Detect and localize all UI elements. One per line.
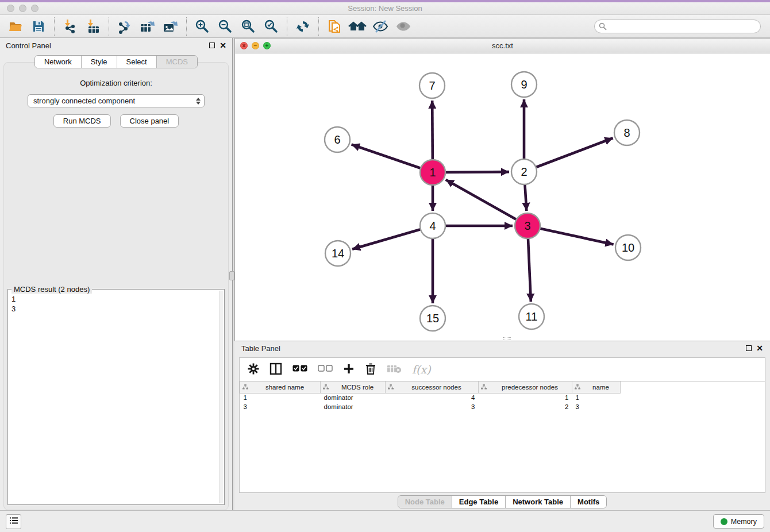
task-list-icon [9,516,18,526]
table-cell[interactable]: 3 [386,402,479,411]
import-network-button[interactable] [61,18,79,35]
graph-node-1[interactable]: 1 [420,160,445,185]
table-settings-button[interactable] [248,363,259,376]
new-network-from-selection-button[interactable] [326,18,343,35]
run-mcds-button[interactable]: Run MCDS [53,114,111,128]
tab-node-table[interactable]: Node Table [398,496,452,508]
network-maximize-button[interactable]: + [263,42,271,49]
network-window-titlebar[interactable]: × − + scc.txt [235,38,770,53]
network-minimize-button[interactable]: − [252,42,259,49]
import-table-button[interactable] [84,18,102,35]
eye-slash-icon [372,20,388,33]
search-input[interactable] [594,20,761,33]
column-header-predecessor-nodes[interactable]: predecessor nodes [479,381,572,393]
column-header-name[interactable]: name [572,381,621,393]
column-type-icon [481,384,487,391]
tab-network-table[interactable]: Network Table [506,496,571,508]
table-cell[interactable]: 2 [479,402,572,411]
show-all-button[interactable] [395,18,412,35]
export-image-icon [163,19,179,34]
splitter-grip[interactable] [229,271,234,280]
network-canvas[interactable]: 7968124314101511 [235,53,770,341]
table-cell[interactable]: 1 [572,393,621,402]
graph-node-8[interactable]: 8 [614,120,640,145]
table-cell[interactable]: 1 [479,393,572,402]
delete-column-button[interactable] [365,363,376,377]
graph-edge-2-8[interactable] [524,138,613,172]
export-image-button[interactable] [162,18,179,35]
apply-layout-button[interactable] [294,18,311,35]
save-session-button[interactable] [30,18,47,35]
memory-status-icon [721,518,727,525]
zoom-fit-button[interactable] [240,18,257,35]
mcds-result-text[interactable]: 13 [11,294,218,503]
mcds-result-line: 1 [11,294,218,304]
table-cell[interactable]: 3 [572,402,621,411]
table-cell[interactable]: dominator [321,402,386,411]
open-session-button[interactable] [7,18,24,35]
close-panel-button[interactable]: Close panel [120,114,179,128]
graph-node-14[interactable]: 14 [325,241,351,266]
delete-table-button[interactable] [387,364,402,376]
optimization-criterion-label: Optimization criterion: [4,79,228,87]
graph-node-6[interactable]: 6 [325,127,350,152]
float-table-panel-icon[interactable] [746,345,752,351]
table-cell[interactable]: 1 [240,393,321,402]
graph-node-9[interactable]: 9 [511,72,537,97]
tab-style[interactable]: Style [82,56,117,68]
select-all-button[interactable] [292,365,307,374]
memory-button[interactable]: Memory [713,514,764,529]
table-cell[interactable]: dominator [321,393,386,402]
function-builder-button[interactable]: f(x) [412,363,431,376]
graph-node-2[interactable]: 2 [511,159,537,184]
table-row[interactable]: 1dominator411 [240,393,621,402]
graph-node-11[interactable]: 11 [519,304,544,329]
export-network-button[interactable] [116,18,133,35]
delete-table-icon [387,364,402,376]
float-panel-icon[interactable] [209,43,215,48]
table-toolbar: f(x) [239,357,765,381]
hide-selected-button[interactable] [372,18,389,35]
panel-splitter[interactable] [232,38,234,510]
network-close-button[interactable]: × [240,42,248,49]
unselect-all-button[interactable] [318,365,333,374]
svg-text:8: 8 [623,126,630,139]
result-scrollbar[interactable] [219,291,223,503]
column-header-MCDS-role[interactable]: MCDS role [321,381,386,393]
graph-node-7[interactable]: 7 [419,73,445,98]
tab-motifs[interactable]: Motifs [571,496,606,508]
zoom-selected-button[interactable] [263,18,280,35]
first-neighbors-button[interactable] [349,18,366,35]
table-row[interactable]: 3dominator323 [240,402,621,411]
graph-node-4[interactable]: 4 [420,213,445,238]
graph-node-10[interactable]: 10 [615,235,641,260]
tab-mcds[interactable]: MCDS [157,56,197,68]
create-column-button[interactable] [343,363,355,376]
column-header-shared-name[interactable]: shared name [240,381,321,393]
graph-edge-3-1[interactable] [446,180,528,226]
svg-text:7: 7 [429,79,435,92]
canvas-resize-grip[interactable] [503,337,511,340]
graph-node-15[interactable]: 15 [420,306,445,331]
task-history-button[interactable] [6,514,21,529]
mcds-result-group: MCDS result (2 nodes) 13 [7,289,225,505]
close-panel-icon[interactable]: ✕ [220,41,226,49]
table-cell[interactable]: 3 [240,402,321,411]
export-table-button[interactable] [139,18,156,35]
zoom-in-button[interactable] [194,18,211,35]
tab-select[interactable]: Select [117,56,157,68]
table-cell[interactable]: 4 [386,393,479,402]
close-table-panel-icon[interactable]: ✕ [756,344,763,352]
column-header-successor-nodes[interactable]: successor nodes [386,381,479,393]
tab-edge-table[interactable]: Edge Table [452,496,506,508]
graph-node-3[interactable]: 3 [515,213,540,238]
houses-icon [348,20,367,33]
status-bar: Memory [0,510,770,532]
tab-network[interactable]: Network [35,56,82,68]
unchecked-boxes-icon [318,365,333,374]
show-column-button[interactable] [270,363,282,377]
zoom-in-icon [195,19,210,34]
mcds-tab-content: Optimization criterion: strongly connect… [3,62,229,510]
criterion-dropdown[interactable]: strongly connected component [28,94,205,107]
zoom-out-button[interactable] [217,18,234,35]
